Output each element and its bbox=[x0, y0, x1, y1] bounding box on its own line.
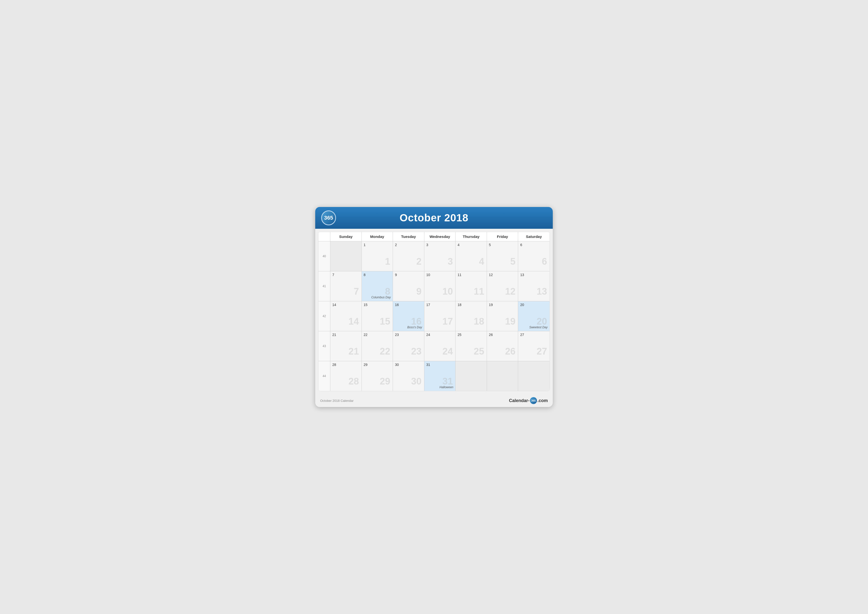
day-cell-20: 2020Sweetest Day bbox=[518, 301, 550, 331]
day-cell-8: 88Columbus Day bbox=[362, 271, 393, 301]
day-watermark: 4 bbox=[479, 257, 484, 266]
day-cell-18: 1818 bbox=[456, 301, 487, 331]
day-watermark: 1 bbox=[385, 257, 390, 266]
day-watermark: 9 bbox=[417, 287, 422, 296]
day-number: 16 bbox=[395, 303, 422, 307]
day-cell-10: 1010 bbox=[424, 271, 456, 301]
day-watermark: 11 bbox=[474, 287, 484, 296]
day-cell-21: 2121 bbox=[330, 331, 362, 361]
day-number: 15 bbox=[364, 303, 391, 307]
day-number: 12 bbox=[489, 273, 516, 277]
day-number: 13 bbox=[520, 273, 547, 277]
day-cell-25: 2525 bbox=[456, 331, 487, 361]
day-number: 22 bbox=[364, 333, 391, 337]
event-label: Halloween bbox=[439, 385, 453, 389]
day-watermark: 17 bbox=[442, 317, 453, 326]
day-number: 5 bbox=[489, 243, 516, 247]
day-watermark: 27 bbox=[537, 347, 547, 356]
day-cell-16: 1616Boss's Day bbox=[393, 301, 424, 331]
day-watermark: 29 bbox=[380, 376, 390, 386]
day-headers-row: SundayMondayTuesdayWednesdayThursdayFrid… bbox=[318, 232, 550, 241]
day-cell-empty bbox=[456, 361, 487, 391]
day-cell-29: 2929 bbox=[362, 361, 393, 391]
day-cell-22: 2222 bbox=[362, 331, 393, 361]
day-cell-31: 3131Halloween bbox=[424, 361, 456, 391]
day-watermark: 14 bbox=[349, 317, 359, 326]
day-cell-5: 55 bbox=[487, 241, 518, 271]
day-number: 6 bbox=[520, 243, 547, 247]
day-watermark: 18 bbox=[474, 317, 484, 326]
logo-badge: 365 bbox=[321, 210, 336, 225]
calendar-body: SundayMondayTuesdayWednesdayThursdayFrid… bbox=[318, 232, 550, 391]
day-number: 25 bbox=[457, 333, 485, 337]
day-number: 14 bbox=[332, 303, 360, 307]
day-cell-15: 1515 bbox=[362, 301, 393, 331]
week-number-44: 44 bbox=[318, 361, 330, 391]
day-number: 4 bbox=[457, 243, 485, 247]
day-watermark: 15 bbox=[380, 317, 390, 326]
day-number: 7 bbox=[332, 273, 360, 277]
day-cell-empty bbox=[518, 361, 550, 391]
day-number: 17 bbox=[426, 303, 454, 307]
day-watermark: 13 bbox=[537, 287, 547, 296]
week-number-43: 43 bbox=[318, 331, 330, 361]
day-watermark: 22 bbox=[380, 347, 390, 356]
day-watermark: 30 bbox=[411, 376, 422, 386]
day-cell-empty bbox=[487, 361, 518, 391]
day-number: 10 bbox=[426, 273, 454, 277]
footer-brand-365: 365 bbox=[530, 397, 537, 404]
day-number: 19 bbox=[489, 303, 516, 307]
day-number: 29 bbox=[364, 363, 391, 367]
day-cell-9: 99 bbox=[393, 271, 424, 301]
day-watermark: 5 bbox=[510, 257, 515, 266]
day-watermark: 6 bbox=[542, 257, 547, 266]
day-cell-27: 2727 bbox=[518, 331, 550, 361]
week-num-header bbox=[318, 232, 330, 241]
day-watermark: 23 bbox=[411, 347, 422, 356]
day-header-friday: Friday bbox=[487, 232, 518, 241]
event-label: Sweetest Day bbox=[529, 326, 547, 329]
day-watermark: 31 bbox=[442, 376, 453, 386]
week-row-5: 442828292930303131Halloween bbox=[318, 361, 550, 391]
day-header-saturday: Saturday bbox=[518, 232, 550, 241]
week-number-40: 40 bbox=[318, 241, 330, 271]
day-number: 31 bbox=[426, 363, 454, 367]
day-watermark: 21 bbox=[349, 347, 359, 356]
day-cell-14: 1414 bbox=[330, 301, 362, 331]
day-watermark: 16 bbox=[411, 317, 422, 326]
day-number: 9 bbox=[395, 273, 422, 277]
day-cell-13: 1313 bbox=[518, 271, 550, 301]
day-number: 20 bbox=[520, 303, 547, 307]
day-header-tuesday: Tuesday bbox=[393, 232, 424, 241]
day-number: 21 bbox=[332, 333, 360, 337]
footer-left-label: October 2018 Calendar bbox=[320, 399, 353, 403]
week-row-1: 40112233445566 bbox=[318, 241, 550, 271]
day-watermark: 8 bbox=[385, 287, 390, 296]
day-number: 30 bbox=[395, 363, 422, 367]
day-cell-7: 77 bbox=[330, 271, 362, 301]
day-cell-4: 44 bbox=[456, 241, 487, 271]
day-cell-11: 1111 bbox=[456, 271, 487, 301]
day-number: 2 bbox=[395, 243, 422, 247]
footer-brand-text: Calendar- bbox=[509, 398, 530, 403]
day-number: 18 bbox=[457, 303, 485, 307]
day-header-monday: Monday bbox=[362, 232, 393, 241]
day-cell-30: 3030 bbox=[393, 361, 424, 391]
day-watermark: 26 bbox=[505, 347, 515, 356]
week-row-2: 417788Columbus Day991010111112121313 bbox=[318, 271, 550, 301]
day-number: 26 bbox=[489, 333, 516, 337]
day-cell-empty bbox=[330, 241, 362, 271]
calendar-footer: October 2018 Calendar Calendar- 365 .com bbox=[315, 394, 553, 407]
day-cell-26: 2626 bbox=[487, 331, 518, 361]
event-label: Boss's Day bbox=[407, 326, 422, 329]
day-cell-23: 2323 bbox=[393, 331, 424, 361]
day-number: 1 bbox=[364, 243, 391, 247]
calendar-grid: 40112233445566417788Columbus Day99101011… bbox=[318, 241, 550, 391]
day-watermark: 24 bbox=[442, 347, 453, 356]
footer-brand-suffix: .com bbox=[538, 398, 548, 403]
day-cell-2: 22 bbox=[393, 241, 424, 271]
day-number: 28 bbox=[332, 363, 360, 367]
day-header-sunday: Sunday bbox=[330, 232, 362, 241]
day-cell-3: 33 bbox=[424, 241, 456, 271]
day-cell-17: 1717 bbox=[424, 301, 456, 331]
